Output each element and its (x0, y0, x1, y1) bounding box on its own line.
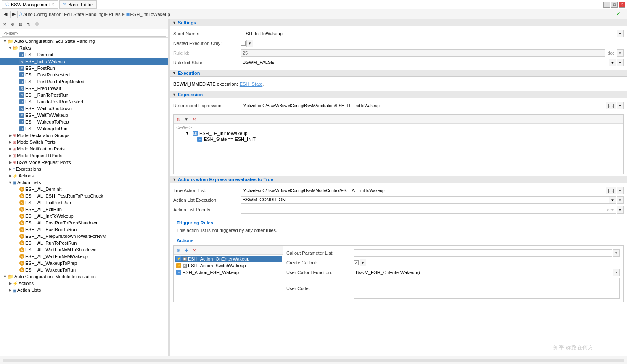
mode-decl-expand[interactable]: ▶ (8, 133, 13, 138)
user-code-input-area[interactable] (354, 278, 620, 299)
tab-basic-editor[interactable]: ✎ Basic Editor (59, 0, 97, 9)
create-callout-dropdown[interactable]: ▼ (360, 259, 366, 266)
rules-expand[interactable]: ▼ (8, 45, 13, 50)
mode-switch-expand[interactable]: ▶ (8, 140, 13, 145)
tree-rules[interactable]: ▼ 📂 Rules (0, 45, 168, 51)
minimize-btn[interactable]: ─ (603, 2, 610, 8)
action-lists2-expand[interactable]: ▶ (8, 288, 13, 293)
expression-header[interactable]: ▼ Expression (170, 91, 627, 98)
al-run-postrun[interactable]: A ESH_AL_RunToPostRun (0, 240, 168, 246)
breadcrumb-item-3[interactable]: ▣ ESH_InitToWakeup (126, 12, 170, 17)
close-btn[interactable]: ✕ (619, 2, 625, 8)
al-init-wakeup[interactable]: A ESH_AL_InitToWakeup (0, 213, 168, 219)
tree-item-run-postrun[interactable]: R ESH_RunToPostRun (0, 92, 168, 98)
link-btn[interactable]: ⇅ (25, 20, 32, 28)
tree-action-lists[interactable]: ▼ ▣ Action Lists (0, 179, 168, 186)
expr-link-btn[interactable]: ⇅ (175, 115, 182, 123)
al-postrun-shutdown[interactable]: A ESH_AL_PostRunToPrepShutdown (0, 219, 168, 226)
tree-item-run-postrun-nested[interactable]: R ESH_RunToPostRunNested (0, 98, 168, 105)
action-lists-expand[interactable]: ▼ (8, 180, 13, 185)
al-wakeup-prep[interactable]: A ESH_AL_WakeupToPrep (0, 260, 168, 266)
al-wait-nvm-shutdown[interactable]: A ESH_AL_WaitForNvMToShutdown (0, 246, 168, 253)
callout-param-dropdown[interactable]: ▼ (613, 249, 620, 257)
action-delete-btn[interactable]: ✕ (190, 246, 198, 254)
true-action-list-browse[interactable]: [...] (606, 187, 616, 194)
tree-item-dem-init[interactable]: R ESH_DemInit (0, 51, 168, 58)
tree-mode-switch[interactable]: ▶ ⊞ Mode Switch Ports (0, 139, 168, 145)
tree-actions2[interactable]: ▶ ⚡ Actions (0, 280, 168, 287)
expand-le[interactable]: ▼ (185, 131, 189, 135)
expression-collapse-icon[interactable]: ▼ (172, 92, 176, 97)
back-btn[interactable]: ◀ (2, 11, 9, 18)
user-callout-input[interactable] (354, 269, 612, 276)
action-list-exec-arrow[interactable]: ▼ (609, 197, 616, 203)
expr-expand-btn[interactable]: ▼ (183, 115, 190, 123)
tree-mode-notif[interactable]: ▶ ⊞ Mode Notification Ports (0, 145, 168, 152)
al-exit-run[interactable]: A ESH_AL_ExitRun (0, 206, 168, 213)
rule-id-dropdown[interactable]: ▼ (617, 49, 624, 57)
tree-expressions[interactable]: ▶ ≡ Expressions (0, 166, 168, 172)
action-item-esh-wakeup[interactable]: ≡ ESH_Action_ESH_Wakeup (175, 269, 282, 276)
al-wakeup-run[interactable]: A ESH_AL_WakeupToRun (0, 266, 168, 273)
al-exit-postrun[interactable]: A ESH_AL_ExitPostRun (0, 199, 168, 206)
execution-header[interactable]: ▼ Execution (170, 70, 627, 77)
tree-root2[interactable]: ▼ 📁 Auto Configuration: Module Initializ… (0, 273, 168, 280)
rule-init-extra-btn[interactable]: ▼ (617, 59, 624, 66)
tree-container[interactable]: ▼ 📁 Auto Configuration: Ecu State Handli… (0, 38, 168, 358)
action-item-switch-wakeup[interactable]: ⚡ ▣ ESH_Action_SwitchWakeup (175, 262, 282, 269)
tree-bsw-mode[interactable]: ▶ ⊞ BSW Mode Request Ports (0, 159, 168, 166)
root-expand[interactable]: ▼ (3, 39, 8, 44)
user-callout-dropdown[interactable]: ▼ (613, 269, 620, 276)
al-prep-nvm[interactable]: A ESH_AL_PrepShutdownToWaitForNvM (0, 233, 168, 240)
priority-dropdown[interactable]: ▼ (617, 206, 624, 214)
ref-expr-browse[interactable]: [...] (606, 102, 616, 109)
breadcrumb-item-1[interactable]: ⬡ Auto Configuration: Ecu State Handling (19, 12, 103, 17)
save-btn[interactable]: ✓ (616, 10, 625, 19)
tree-item-init-to-wakeup[interactable]: R ESH_InitToWakeup (0, 58, 168, 65)
forward-btn[interactable]: ▶ (10, 11, 18, 18)
tree-mode-decl[interactable]: ▶ ⊞ Mode Declaration Groups (0, 132, 168, 139)
tab-bsw-management[interactable]: ⬡ BSW Management ✕ (2, 0, 58, 9)
action-list-exec-extra[interactable]: ▼ (617, 196, 624, 204)
tree-item-wakeup-prep[interactable]: R ESH_WakeupToPrep (0, 119, 168, 125)
settings-header[interactable]: ▼ Settings (170, 19, 627, 26)
al-dem-init[interactable]: A ESH_AL_DemInit (0, 186, 168, 193)
collapse-btn[interactable]: ✕ (1, 20, 8, 28)
tree-action-lists2[interactable]: ▶ ▣ Action Lists (0, 287, 168, 293)
expr-item-1[interactable]: ▼ LE ESH_LE_InitToWakeup (175, 130, 622, 136)
root2-expand[interactable]: ▼ (3, 274, 8, 279)
rule-init-dropdown-arrow[interactable]: ▼ (609, 59, 616, 66)
tab-close[interactable]: ✕ (51, 3, 55, 7)
settings-collapse-icon[interactable]: ▼ (172, 21, 176, 25)
tree-item-postrun-nested[interactable]: R ESH_PostRunNested (0, 71, 168, 78)
bsw-mode-expand[interactable]: ▶ (8, 160, 13, 165)
callout-param-input-area[interactable] (354, 249, 612, 257)
ref-expr-input[interactable] (241, 102, 605, 109)
tree-actions[interactable]: ▶ ⚡ Actions (0, 172, 168, 179)
true-actions-collapse[interactable]: ▼ (172, 177, 176, 182)
tree-item-wait-shutdown[interactable]: R ESH_WaitToShutdown (0, 105, 168, 112)
true-action-list-input[interactable] (241, 187, 605, 194)
breadcrumb-item-2[interactable]: Rules (108, 12, 120, 17)
short-name-input[interactable] (241, 30, 616, 37)
tree-item-postrun-prep[interactable]: R ESH_PostRunToPrepNested (0, 78, 168, 85)
action-add2-btn[interactable]: ✚ (183, 246, 190, 254)
execution-link[interactable]: ESH_State (240, 82, 262, 87)
expr-item-2[interactable]: ≡ ESH_State == ESH_INIT (175, 136, 622, 142)
tree-item-wakeup-run[interactable]: R ESH_WakeupToRun (0, 125, 168, 132)
true-actions-header[interactable]: ▼ Actions when Expression evaluates to T… (170, 176, 627, 183)
mode-notif-expand[interactable]: ▶ (8, 146, 13, 151)
maximize-btn[interactable]: □ (611, 2, 618, 8)
al-postrun-run[interactable]: A ESH_AL_PostRunToRun (0, 226, 168, 233)
tree-root[interactable]: ▼ 📁 Auto Configuration: Ecu State Handli… (0, 38, 168, 45)
al-postrun-prep[interactable]: A ESH_AL_ESH_PostRunToPrepCheck (0, 193, 168, 199)
action-add-btn[interactable]: ⊕ (175, 246, 182, 254)
actions2-expand[interactable]: ▶ (8, 281, 13, 286)
expr-expand[interactable]: ▶ (8, 166, 13, 171)
mode-req-expand[interactable]: ▶ (8, 153, 13, 158)
tree-item-prep-to-wait[interactable]: R ESH_PrepToWait (0, 85, 168, 92)
bottom-scrollbar[interactable] (3, 359, 624, 362)
expand-btn[interactable]: ⊕ (9, 20, 16, 28)
nested-exec-dropdown[interactable]: ▼ (246, 40, 253, 47)
execution-collapse-icon[interactable]: ▼ (172, 71, 176, 75)
